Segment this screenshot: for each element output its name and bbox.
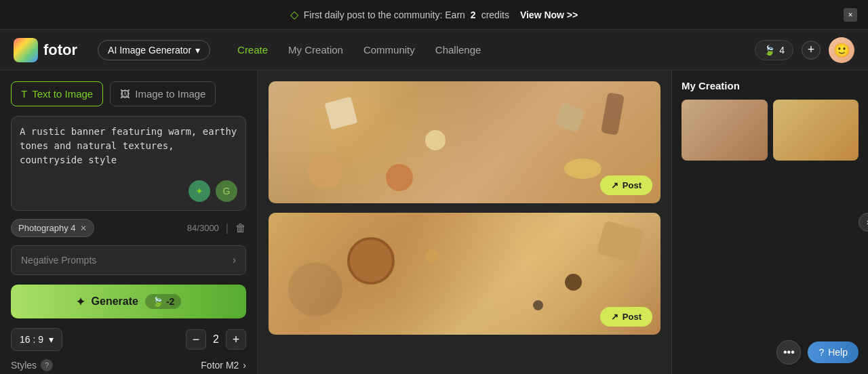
tab-image-to-image[interactable]: 🖼 Image to Image — [110, 81, 216, 106]
panel-expand-arrow[interactable]: › — [859, 213, 868, 232]
ai-btn-label: AI Image Generator — [108, 45, 191, 56]
post-icon-2: ↗ — [611, 312, 618, 322]
decor-item — [324, 97, 357, 130]
creation-thumb-2[interactable] — [773, 100, 859, 161]
enhance-icon: ✦ — [195, 186, 203, 196]
logo-text: fotor — [43, 41, 77, 59]
generate-label: Generate — [92, 295, 138, 308]
banner-icon: ◇ — [290, 8, 298, 21]
styles-value-btn[interactable]: Fotor M2 › — [201, 360, 246, 371]
prompt-tools: ✦ G — [20, 180, 237, 202]
decor-item — [425, 130, 446, 150]
ratio-chevron-icon: ▾ — [49, 334, 54, 345]
delete-button[interactable]: 🗑 — [235, 222, 246, 234]
decor-item — [347, 237, 395, 285]
ratio-select[interactable]: 16 : 9 ▾ — [11, 328, 62, 351]
right-panel: My Creation › ••• ? Help — [671, 70, 868, 374]
ai-image-generator-button[interactable]: AI Image Generator ▾ — [98, 40, 210, 60]
help-label: Help — [828, 347, 848, 358]
count-plus-button[interactable]: + — [226, 329, 246, 350]
creation-grid — [682, 100, 859, 161]
help-question-icon: ? — [818, 347, 824, 358]
grammar-icon: G — [223, 186, 231, 196]
sparkle-icon: ✦ — [76, 295, 85, 308]
chevron-right-icon: › — [233, 254, 236, 266]
tag-row: Photography 4 ✕ 84/3000 | 🗑 — [11, 219, 246, 237]
decor-item — [308, 154, 342, 188]
image-card-2: ↗ Post — [269, 213, 660, 335]
separator: | — [226, 222, 229, 234]
tag-right: 84/3000 | 🗑 — [187, 222, 246, 234]
image-icon: 🖼 — [120, 88, 130, 100]
tab-img-label: Image to Image — [135, 88, 205, 100]
header-right: 🍃 4 + 🙂 — [755, 37, 854, 63]
ratio-label: 16 : 9 — [20, 334, 43, 345]
styles-row: Styles ? Fotor M2 › — [11, 359, 246, 371]
leaf-icon: 🍃 — [764, 45, 775, 56]
count-minus-button[interactable]: − — [186, 329, 206, 350]
image-card-1: ↗ Post — [269, 81, 660, 203]
decor-item — [601, 92, 625, 135]
post-label-2: Post — [623, 312, 642, 322]
bottom-controls: 16 : 9 ▾ − 2 + — [11, 328, 246, 351]
styles-label: Styles — [11, 360, 37, 371]
decor-item — [533, 300, 543, 310]
char-count: 84/3000 — [187, 223, 219, 233]
more-options-button[interactable]: ••• — [776, 340, 801, 365]
nav-links: Create My Creation Community Challenge — [237, 44, 481, 56]
negative-prompts-row[interactable]: Negative Prompts › — [11, 245, 246, 275]
generate-button[interactable]: ✦ Generate 🍃 -2 — [11, 285, 246, 318]
center-canvas: ↗ Post ↗ Post — [258, 70, 671, 374]
mode-tabs: T Text to Image 🖼 Image to Image — [11, 81, 246, 106]
chevron-down-icon: ▾ — [195, 45, 200, 56]
styles-label-group: Styles ? — [11, 359, 53, 371]
banner-close-button[interactable]: × — [844, 8, 857, 22]
decor-item — [288, 262, 342, 316]
banner-credits-label: credits — [481, 9, 509, 20]
prompt-input[interactable]: A rustic banner featuring warm, earthy t… — [20, 125, 237, 172]
avatar[interactable]: 🙂 — [829, 37, 854, 63]
add-credits-button[interactable]: + — [802, 41, 821, 60]
nav-my-creation[interactable]: My Creation — [288, 44, 343, 56]
styles-arrow-icon: › — [243, 360, 246, 371]
photography-tag[interactable]: Photography 4 ✕ — [11, 219, 94, 237]
decor-item — [564, 159, 601, 179]
header: fotor AI Image Generator ▾ Create My Cre… — [0, 30, 868, 70]
enhance-button[interactable]: ✦ — [189, 180, 210, 202]
banner-cta-link[interactable]: View Now >> — [520, 9, 578, 20]
decor-item — [597, 220, 645, 264]
nav-challenge[interactable]: Challenge — [435, 44, 481, 56]
post-label-1: Post — [623, 180, 642, 190]
main-layout: T Text to Image 🖼 Image to Image A rusti… — [0, 70, 868, 374]
nav-create[interactable]: Create — [237, 44, 268, 56]
post-button-1[interactable]: ↗ Post — [600, 175, 652, 195]
decor-item — [565, 274, 582, 291]
nav-community[interactable]: Community — [363, 44, 415, 56]
decor-item — [386, 164, 413, 191]
count-control: − 2 + — [186, 329, 246, 350]
banner-credits-count: 2 — [471, 9, 476, 20]
styles-help-icon[interactable]: ? — [41, 359, 53, 371]
credits-cost-badge: 🍃 -2 — [145, 294, 181, 309]
creation-thumb-1[interactable] — [682, 100, 768, 161]
text-icon: T — [21, 88, 27, 100]
grammar-button[interactable]: G — [216, 180, 237, 202]
credits-cost-value: -2 — [166, 296, 174, 307]
help-bar: ••• ? Help — [776, 340, 859, 365]
tab-text-label: Text to Image — [32, 88, 93, 100]
help-button[interactable]: ? Help — [808, 341, 859, 363]
styles-value-text: Fotor M2 — [201, 360, 239, 371]
tab-text-to-image[interactable]: T Text to Image — [11, 81, 103, 106]
right-panel-title: My Creation — [682, 80, 859, 91]
post-icon-1: ↗ — [611, 180, 618, 190]
post-button-2[interactable]: ↗ Post — [600, 307, 652, 327]
tag-remove-icon[interactable]: ✕ — [80, 224, 87, 233]
logo-icon — [14, 38, 38, 62]
left-panel: T Text to Image 🖼 Image to Image A rusti… — [0, 70, 258, 374]
top-banner: ◇ First daily post to the community: Ear… — [0, 0, 868, 30]
credits-badge: 🍃 4 — [755, 40, 793, 60]
logo[interactable]: fotor — [14, 38, 77, 62]
tag-label: Photography 4 — [18, 223, 76, 233]
negative-label: Negative Prompts — [21, 255, 96, 266]
credits-count: 4 — [779, 45, 785, 56]
